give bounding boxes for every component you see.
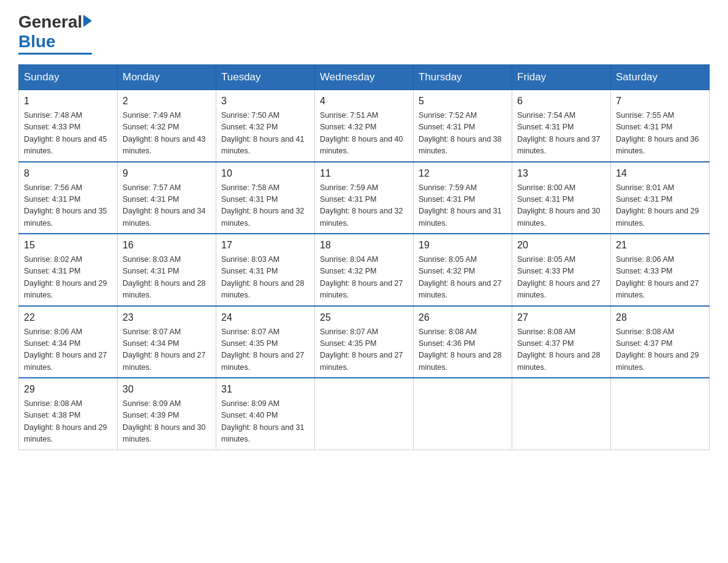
day-number: 8 bbox=[24, 166, 112, 181]
week-row-4: 22Sunrise: 8:06 AMSunset: 4:34 PMDayligh… bbox=[19, 306, 710, 378]
day-number: 10 bbox=[221, 166, 309, 181]
week-row-2: 8Sunrise: 7:56 AMSunset: 4:31 PMDaylight… bbox=[19, 162, 710, 234]
week-row-5: 29Sunrise: 8:08 AMSunset: 4:38 PMDayligh… bbox=[19, 378, 710, 450]
day-number: 23 bbox=[123, 310, 211, 325]
day-number: 19 bbox=[419, 238, 507, 253]
day-info: Sunrise: 8:07 AMSunset: 4:35 PMDaylight:… bbox=[221, 326, 309, 374]
day-info: Sunrise: 8:02 AMSunset: 4:31 PMDaylight:… bbox=[24, 254, 112, 302]
day-number: 6 bbox=[517, 94, 605, 109]
calendar-cell: 11Sunrise: 7:59 AMSunset: 4:31 PMDayligh… bbox=[315, 162, 414, 234]
day-info: Sunrise: 7:56 AMSunset: 4:31 PMDaylight:… bbox=[24, 182, 112, 230]
day-number: 2 bbox=[123, 94, 211, 109]
calendar-cell: 2Sunrise: 7:49 AMSunset: 4:32 PMDaylight… bbox=[118, 90, 216, 162]
day-number: 9 bbox=[123, 166, 211, 181]
day-info: Sunrise: 7:54 AMSunset: 4:31 PMDaylight:… bbox=[517, 110, 605, 158]
day-number: 22 bbox=[24, 310, 112, 325]
day-info: Sunrise: 7:59 AMSunset: 4:31 PMDaylight:… bbox=[419, 182, 507, 230]
day-info: Sunrise: 8:07 AMSunset: 4:35 PMDaylight:… bbox=[320, 326, 408, 374]
day-number: 29 bbox=[24, 382, 112, 397]
day-number: 16 bbox=[123, 238, 211, 253]
day-number: 17 bbox=[221, 238, 309, 253]
day-info: Sunrise: 8:08 AMSunset: 4:37 PMDaylight:… bbox=[517, 326, 605, 374]
calendar-cell: 29Sunrise: 8:08 AMSunset: 4:38 PMDayligh… bbox=[19, 378, 118, 450]
days-header-row: SundayMondayTuesdayWednesdayThursdayFrid… bbox=[19, 65, 710, 90]
day-info: Sunrise: 7:57 AMSunset: 4:31 PMDaylight:… bbox=[123, 182, 211, 230]
calendar-cell: 7Sunrise: 7:55 AMSunset: 4:31 PMDaylight… bbox=[611, 90, 710, 162]
logo: General Blue bbox=[18, 12, 92, 55]
day-info: Sunrise: 8:04 AMSunset: 4:32 PMDaylight:… bbox=[320, 254, 408, 302]
day-info: Sunrise: 7:51 AMSunset: 4:32 PMDaylight:… bbox=[320, 110, 408, 158]
calendar-cell: 17Sunrise: 8:03 AMSunset: 4:31 PMDayligh… bbox=[216, 234, 315, 306]
day-info: Sunrise: 8:03 AMSunset: 4:31 PMDaylight:… bbox=[123, 254, 211, 302]
day-info: Sunrise: 8:08 AMSunset: 4:37 PMDaylight:… bbox=[616, 326, 704, 374]
calendar-cell: 30Sunrise: 8:09 AMSunset: 4:39 PMDayligh… bbox=[118, 378, 216, 450]
logo-blue-text: Blue bbox=[18, 32, 56, 51]
day-number: 13 bbox=[517, 166, 605, 181]
calendar-cell: 31Sunrise: 8:09 AMSunset: 4:40 PMDayligh… bbox=[216, 378, 315, 450]
day-info: Sunrise: 7:49 AMSunset: 4:32 PMDaylight:… bbox=[123, 110, 211, 158]
day-header-friday: Friday bbox=[512, 65, 611, 90]
day-header-thursday: Thursday bbox=[414, 65, 512, 90]
week-row-3: 15Sunrise: 8:02 AMSunset: 4:31 PMDayligh… bbox=[19, 234, 710, 306]
calendar-cell: 28Sunrise: 8:08 AMSunset: 4:37 PMDayligh… bbox=[611, 306, 710, 378]
day-header-tuesday: Tuesday bbox=[216, 65, 315, 90]
week-row-1: 1Sunrise: 7:48 AMSunset: 4:33 PMDaylight… bbox=[19, 90, 710, 162]
day-number: 26 bbox=[419, 310, 507, 325]
day-info: Sunrise: 8:09 AMSunset: 4:39 PMDaylight:… bbox=[123, 398, 211, 446]
logo-general-text: General bbox=[18, 12, 82, 32]
day-number: 21 bbox=[616, 238, 704, 253]
day-number: 18 bbox=[320, 238, 408, 253]
day-info: Sunrise: 7:55 AMSunset: 4:31 PMDaylight:… bbox=[616, 110, 704, 158]
calendar-cell: 1Sunrise: 7:48 AMSunset: 4:33 PMDaylight… bbox=[19, 90, 118, 162]
calendar-cell: 15Sunrise: 8:02 AMSunset: 4:31 PMDayligh… bbox=[19, 234, 118, 306]
day-number: 7 bbox=[616, 94, 704, 109]
day-number: 15 bbox=[24, 238, 112, 253]
calendar-cell: 6Sunrise: 7:54 AMSunset: 4:31 PMDaylight… bbox=[512, 90, 611, 162]
day-number: 1 bbox=[24, 94, 112, 109]
calendar-cell: 8Sunrise: 7:56 AMSunset: 4:31 PMDaylight… bbox=[19, 162, 118, 234]
calendar-cell: 14Sunrise: 8:01 AMSunset: 4:31 PMDayligh… bbox=[611, 162, 710, 234]
day-number: 31 bbox=[221, 382, 309, 397]
header: General Blue bbox=[18, 12, 710, 55]
day-header-saturday: Saturday bbox=[611, 65, 710, 90]
calendar-cell: 25Sunrise: 8:07 AMSunset: 4:35 PMDayligh… bbox=[315, 306, 414, 378]
calendar-cell: 21Sunrise: 8:06 AMSunset: 4:33 PMDayligh… bbox=[611, 234, 710, 306]
calendar-cell: 12Sunrise: 7:59 AMSunset: 4:31 PMDayligh… bbox=[414, 162, 512, 234]
day-number: 27 bbox=[517, 310, 605, 325]
day-number: 14 bbox=[616, 166, 704, 181]
calendar-cell: 3Sunrise: 7:50 AMSunset: 4:32 PMDaylight… bbox=[216, 90, 315, 162]
day-number: 25 bbox=[320, 310, 408, 325]
day-header-sunday: Sunday bbox=[19, 65, 118, 90]
calendar-cell: 18Sunrise: 8:04 AMSunset: 4:32 PMDayligh… bbox=[315, 234, 414, 306]
day-info: Sunrise: 8:08 AMSunset: 4:36 PMDaylight:… bbox=[419, 326, 507, 374]
calendar-cell: 19Sunrise: 8:05 AMSunset: 4:32 PMDayligh… bbox=[414, 234, 512, 306]
day-number: 4 bbox=[320, 94, 408, 109]
calendar-cell: 23Sunrise: 8:07 AMSunset: 4:34 PMDayligh… bbox=[118, 306, 216, 378]
calendar-cell: 4Sunrise: 7:51 AMSunset: 4:32 PMDaylight… bbox=[315, 90, 414, 162]
day-header-monday: Monday bbox=[118, 65, 216, 90]
day-number: 3 bbox=[221, 94, 309, 109]
day-header-wednesday: Wednesday bbox=[315, 65, 414, 90]
calendar-cell: 26Sunrise: 8:08 AMSunset: 4:36 PMDayligh… bbox=[414, 306, 512, 378]
day-info: Sunrise: 8:08 AMSunset: 4:38 PMDaylight:… bbox=[24, 398, 112, 446]
day-info: Sunrise: 7:59 AMSunset: 4:31 PMDaylight:… bbox=[320, 182, 408, 230]
day-number: 28 bbox=[616, 310, 704, 325]
day-info: Sunrise: 8:05 AMSunset: 4:33 PMDaylight:… bbox=[517, 254, 605, 302]
calendar-cell: 10Sunrise: 7:58 AMSunset: 4:31 PMDayligh… bbox=[216, 162, 315, 234]
day-number: 5 bbox=[419, 94, 507, 109]
calendar-cell bbox=[512, 378, 611, 450]
day-info: Sunrise: 8:07 AMSunset: 4:34 PMDaylight:… bbox=[123, 326, 211, 374]
logo-triangle-icon bbox=[83, 15, 92, 27]
day-number: 11 bbox=[320, 166, 408, 181]
calendar-cell: 5Sunrise: 7:52 AMSunset: 4:31 PMDaylight… bbox=[414, 90, 512, 162]
calendar-cell: 13Sunrise: 8:00 AMSunset: 4:31 PMDayligh… bbox=[512, 162, 611, 234]
calendar-cell: 16Sunrise: 8:03 AMSunset: 4:31 PMDayligh… bbox=[118, 234, 216, 306]
calendar-cell: 27Sunrise: 8:08 AMSunset: 4:37 PMDayligh… bbox=[512, 306, 611, 378]
day-number: 12 bbox=[419, 166, 507, 181]
day-info: Sunrise: 8:09 AMSunset: 4:40 PMDaylight:… bbox=[221, 398, 309, 446]
day-info: Sunrise: 7:52 AMSunset: 4:31 PMDaylight:… bbox=[419, 110, 507, 158]
calendar-cell: 22Sunrise: 8:06 AMSunset: 4:34 PMDayligh… bbox=[19, 306, 118, 378]
calendar-table: SundayMondayTuesdayWednesdayThursdayFrid… bbox=[18, 64, 710, 450]
calendar-cell: 9Sunrise: 7:57 AMSunset: 4:31 PMDaylight… bbox=[118, 162, 216, 234]
calendar-cell bbox=[315, 378, 414, 450]
